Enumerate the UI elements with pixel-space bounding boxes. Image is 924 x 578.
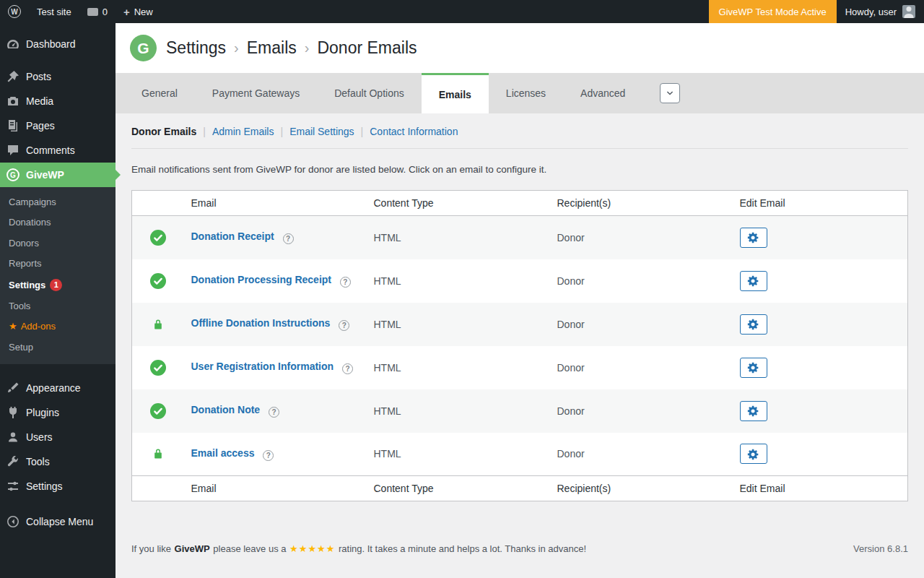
tab-advanced[interactable]: Advanced	[563, 73, 642, 113]
sidebar-item-users[interactable]: Users	[0, 425, 116, 449]
recipients-column-footer: Recipient(s)	[550, 476, 733, 501]
help-icon[interactable]: ?	[342, 363, 353, 374]
plus-icon: +	[123, 7, 130, 17]
users-icon	[6, 430, 20, 444]
submenu-item-donations[interactable]: Donations	[0, 212, 116, 233]
edit-email-button[interactable]	[740, 314, 767, 335]
enabled-status-icon	[150, 360, 166, 376]
breadcrumb: Settings › Emails › Donor Emails	[166, 38, 417, 58]
tab-licenses[interactable]: Licenses	[489, 73, 563, 113]
version-label: Version 6.8.1	[853, 543, 908, 554]
sidebar-item-tools[interactable]: Tools	[0, 449, 116, 474]
test-mode-label: GiveWP Test Mode Active	[719, 7, 827, 17]
help-icon[interactable]: ?	[263, 450, 274, 461]
recipient-cell: Donor	[550, 433, 733, 476]
comments-link[interactable]: 0	[79, 0, 116, 23]
site-name-label: Test site	[37, 7, 71, 17]
edit-email-button[interactable]	[740, 358, 767, 378]
content-type-cell: HTML	[367, 389, 550, 433]
tab-emails[interactable]: Emails	[422, 73, 489, 113]
content-type-column-footer: Content Type	[367, 476, 550, 501]
sidebar-item-label: Dashboard	[26, 38, 76, 50]
edit-email-button[interactable]	[740, 444, 767, 464]
submenu-item-donors[interactable]: Donors	[0, 233, 116, 254]
wp-logo-menu[interactable]: W	[0, 0, 29, 23]
sidebar-item-label: Plugins	[26, 407, 59, 418]
edit-email-column-footer: Edit Email	[733, 476, 908, 501]
table-footer-row: Email Content Type Recipient(s) Edit Ema…	[132, 476, 908, 501]
submenu-item-setup[interactable]: Setup	[0, 337, 116, 358]
email-name-link[interactable]: Offline Donation Instructions	[191, 317, 331, 329]
email-name-link[interactable]: User Registration Information	[191, 361, 334, 372]
submenu-item-tools[interactable]: Tools	[0, 296, 116, 316]
subnav-donor-emails[interactable]: Donor Emails	[131, 126, 196, 137]
sidebar-item-label: Users	[26, 431, 53, 443]
help-icon[interactable]: ?	[340, 277, 351, 288]
table-row: Donation Receipt ? HTML Donor	[132, 216, 908, 259]
subnav-divider: |	[280, 126, 283, 137]
lock-status-icon	[152, 317, 164, 329]
email-name-link[interactable]: Email access	[191, 447, 255, 459]
edit-email-button[interactable]	[740, 401, 767, 421]
help-icon[interactable]: ?	[283, 233, 294, 244]
sidebar-item-plugins[interactable]: Plugins	[0, 400, 116, 425]
enabled-status-icon	[150, 230, 166, 246]
edit-email-button[interactable]	[740, 228, 767, 248]
submenu-item-addons[interactable]: ★ Add-ons	[0, 316, 116, 337]
help-icon[interactable]: ?	[269, 407, 279, 418]
gear-icon	[747, 405, 759, 417]
howdy-label: Howdy, user	[845, 7, 897, 17]
email-name-link[interactable]: Donation Receipt	[191, 230, 274, 242]
gear-icon	[747, 318, 759, 330]
content-type-column-header: Content Type	[367, 191, 550, 216]
content-type-cell: HTML	[367, 303, 550, 346]
content-type-cell: HTML	[367, 346, 550, 389]
account-menu[interactable]: Howdy, user	[837, 0, 924, 23]
breadcrumb-settings: Settings	[166, 38, 226, 58]
email-column-header: Email	[184, 191, 367, 216]
givewp-test-mode-badge[interactable]: GiveWP Test Mode Active	[709, 0, 837, 23]
admin-bar-left: W Test site 0 + New	[0, 0, 709, 23]
edit-email-column-header: Edit Email	[733, 191, 908, 216]
recipient-cell: Donor	[550, 346, 733, 389]
email-name-link[interactable]: Donation Processing Receipt	[191, 274, 331, 285]
sidebar-item-posts[interactable]: Posts	[0, 64, 116, 89]
sidebar-item-label: Appearance	[26, 382, 81, 394]
tab-general[interactable]: General	[124, 73, 195, 113]
help-icon[interactable]: ?	[339, 320, 349, 331]
site-name-link[interactable]: Test site	[29, 0, 79, 23]
sidebar-item-appearance[interactable]: Appearance	[0, 376, 116, 400]
subnav-email-settings[interactable]: Email Settings	[289, 126, 354, 137]
edit-email-button[interactable]	[740, 271, 767, 291]
tab-default-options[interactable]: Default Options	[317, 73, 422, 113]
sidebar-item-dashboard[interactable]: Dashboard	[0, 32, 116, 56]
breadcrumb-separator: ›	[234, 40, 239, 56]
email-column-footer: Email	[184, 476, 367, 501]
sidebar-item-settings[interactable]: Settings	[0, 474, 116, 499]
givewp-brand: GiveWP	[175, 543, 210, 554]
subnav-contact-information[interactable]: Contact Information	[370, 126, 458, 137]
sidebar-item-givewp[interactable]: G GiveWP	[0, 163, 116, 187]
submenu-item-campaigns[interactable]: Campaigns	[0, 192, 116, 212]
subnav-admin-emails[interactable]: Admin Emails	[212, 126, 274, 137]
comments-count: 0	[103, 7, 108, 17]
breadcrumb-separator: ›	[305, 40, 310, 56]
recipients-column-header: Recipient(s)	[550, 191, 733, 216]
wordpress-logo-icon: W	[8, 5, 21, 18]
sidebar-item-pages[interactable]: Pages	[0, 113, 116, 138]
submenu-item-settings[interactable]: Settings 1	[0, 274, 116, 296]
subnav-divider: |	[203, 126, 206, 137]
more-tabs-button[interactable]	[660, 83, 680, 103]
sidebar-item-collapse-menu[interactable]: Collapse Menu	[0, 509, 116, 534]
new-content-menu[interactable]: + New	[116, 0, 161, 23]
submenu-item-reports[interactable]: Reports	[0, 254, 116, 274]
sidebar-item-comments[interactable]: Comments	[0, 138, 116, 163]
sidebar-item-media[interactable]: Media	[0, 89, 116, 113]
subnav-divider: |	[361, 126, 364, 137]
email-name-link[interactable]: Donation Note	[191, 404, 261, 415]
tab-payment-gateways[interactable]: Payment Gateways	[195, 73, 317, 113]
sidebar-item-label: GiveWP	[26, 169, 64, 181]
update-count-badge: 1	[50, 279, 62, 291]
rating-text: If you like GiveWP please leave us a ★★★…	[131, 543, 587, 554]
admin-sidebar: Dashboard Posts Media Pages Comments	[0, 23, 116, 578]
